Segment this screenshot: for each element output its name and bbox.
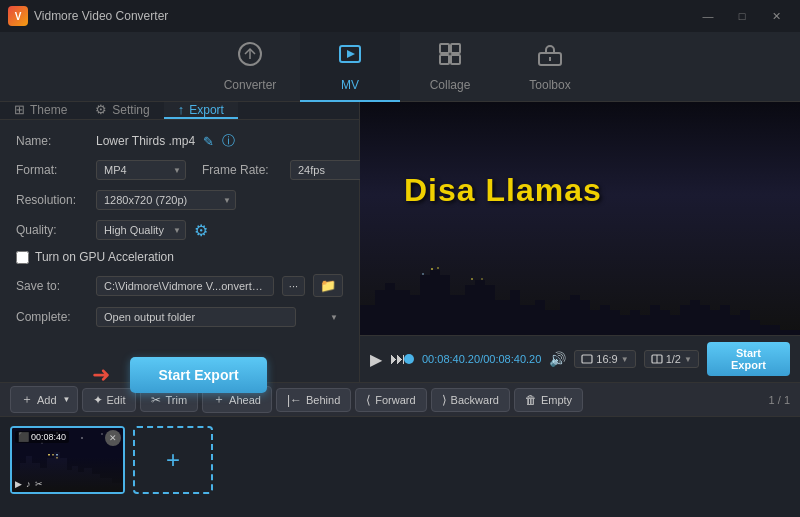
tab-setting[interactable]: ⚙ Setting bbox=[81, 102, 163, 119]
empty-label: Empty bbox=[541, 394, 572, 406]
svg-point-14 bbox=[422, 273, 424, 275]
nav-item-mv[interactable]: MV bbox=[300, 32, 400, 102]
play-button[interactable]: ▶ bbox=[370, 350, 382, 369]
clip-audio-icon: ♪ bbox=[26, 479, 31, 489]
converter-icon bbox=[236, 40, 264, 74]
empty-button[interactable]: 🗑 Empty bbox=[514, 388, 583, 412]
tab-theme[interactable]: ⊞ Theme bbox=[0, 102, 81, 119]
save-path: C:\Vidmore\Vidmore V...onverter\MV Expor… bbox=[96, 276, 274, 296]
svg-rect-5 bbox=[440, 55, 449, 64]
svg-point-11 bbox=[437, 267, 439, 269]
app-title: Vidmore Video Converter bbox=[34, 9, 168, 23]
toolbox-icon bbox=[536, 40, 564, 74]
preview-export-button[interactable]: Start Export bbox=[707, 342, 790, 376]
saveto-row: Save to: C:\Vidmore\Vidmore V...onverter… bbox=[16, 274, 343, 297]
backward-button[interactable]: ⟩ Backward bbox=[431, 388, 510, 412]
main-content: ⊞ Theme ⚙ Setting ↑ Export Name: Lower T… bbox=[0, 102, 800, 382]
format-select[interactable]: MP4 bbox=[96, 160, 186, 180]
name-label: Name: bbox=[16, 134, 88, 148]
aspect-ratio-value: 16:9 bbox=[596, 353, 617, 365]
titlebar: V Vidmore Video Converter — □ ✕ bbox=[0, 0, 800, 32]
name-value: Lower Thirds .mp4 bbox=[96, 134, 195, 148]
svg-point-23 bbox=[101, 433, 103, 435]
app-logo: V bbox=[8, 6, 28, 26]
format-row: Format: MP4 Frame Rate: 24fps bbox=[16, 160, 343, 180]
screen-icon bbox=[651, 353, 663, 365]
forward-button[interactable]: ⟨ Forward bbox=[355, 388, 426, 412]
quality-settings-icon[interactable]: ⚙ bbox=[194, 221, 208, 240]
aspect-ratio-select[interactable]: 16:9 ▼ bbox=[574, 350, 635, 368]
path-dots-button[interactable]: ··· bbox=[282, 276, 305, 296]
aspect-icon bbox=[581, 353, 593, 365]
start-export-button[interactable]: Start Export bbox=[130, 357, 266, 393]
gpu-checkbox[interactable] bbox=[16, 251, 29, 264]
forward-label: Forward bbox=[375, 394, 415, 406]
time-display: 00:08:40.20/00:08:40.20 bbox=[422, 353, 541, 365]
titlebar-left: V Vidmore Video Converter bbox=[8, 6, 168, 26]
quality-label: Quality: bbox=[16, 223, 88, 237]
nav-label-collage: Collage bbox=[430, 78, 471, 92]
volume-icon[interactable]: 🔊 bbox=[549, 351, 566, 367]
clip-close-button[interactable]: ✕ bbox=[105, 430, 121, 446]
clip-play-icon: ▶ bbox=[15, 479, 22, 489]
page-indicator: 1 / 1 bbox=[769, 394, 790, 406]
framerate-label: Frame Rate: bbox=[202, 163, 282, 177]
right-panel: Disa Llamas ▶ ⏭ 00:08:40.20/00:08:40.20 … bbox=[360, 102, 800, 382]
edit-name-icon[interactable]: ✎ bbox=[203, 134, 214, 149]
player-controls: ▶ ⏭ 00:08:40.20/00:08:40.20 🔊 16:9 ▼ 1/2… bbox=[360, 335, 800, 382]
format-label: Format: bbox=[16, 163, 88, 177]
preview-overlay-text: Disa Llamas bbox=[404, 172, 602, 209]
quality-select-wrapper: High Quality bbox=[96, 220, 186, 240]
arrow-icon: ➜ bbox=[92, 362, 110, 388]
fraction-chevron-icon: ▼ bbox=[684, 355, 692, 364]
gpu-label: Turn on GPU Acceleration bbox=[35, 250, 174, 264]
minimize-button[interactable]: — bbox=[692, 0, 724, 32]
tab-setting-label: Setting bbox=[112, 103, 149, 117]
complete-label: Complete: bbox=[16, 310, 88, 324]
nav-item-toolbox[interactable]: Toolbox bbox=[500, 32, 600, 102]
tab-export-label: Export bbox=[189, 103, 224, 117]
folder-button[interactable]: 📁 bbox=[313, 274, 343, 297]
add-clip-button[interactable]: + bbox=[133, 426, 213, 494]
svg-rect-4 bbox=[451, 44, 460, 53]
resolution-label: Resolution: bbox=[16, 193, 88, 207]
svg-rect-28 bbox=[56, 457, 58, 459]
quality-row: Quality: High Quality ⚙ bbox=[16, 220, 343, 240]
aspect-chevron-icon: ▼ bbox=[621, 355, 629, 364]
quality-select[interactable]: High Quality bbox=[96, 220, 186, 240]
nav-label-converter: Converter bbox=[224, 78, 277, 92]
close-button[interactable]: ✕ bbox=[760, 0, 792, 32]
nav-item-converter[interactable]: Converter bbox=[200, 32, 300, 102]
resolution-row: Resolution: 1280x720 (720p) bbox=[16, 190, 343, 210]
svg-point-12 bbox=[471, 278, 473, 280]
nav-label-mv: MV bbox=[341, 78, 359, 92]
progress-thumb bbox=[404, 354, 414, 364]
info-icon[interactable]: ⓘ bbox=[222, 132, 235, 150]
tab-export[interactable]: ↑ Export bbox=[164, 102, 238, 119]
timeline-clip: ✕ ⬛ 00:08:40 ▶ ♪ ✂ bbox=[10, 426, 125, 494]
complete-select[interactable]: Open output folder bbox=[96, 307, 296, 327]
gpu-row: Turn on GPU Acceleration bbox=[16, 250, 343, 264]
nav-item-collage[interactable]: Collage bbox=[400, 32, 500, 102]
top-navigation: Converter MV Collage bbox=[0, 32, 800, 102]
complete-row: Complete: Open output folder bbox=[16, 307, 343, 327]
window-controls: — □ ✕ bbox=[692, 0, 792, 32]
fraction-select[interactable]: 1/2 ▼ bbox=[644, 350, 699, 368]
saveto-label: Save to: bbox=[16, 279, 88, 293]
theme-icon: ⊞ bbox=[14, 102, 25, 117]
resolution-select[interactable]: 1280x720 (720p) bbox=[96, 190, 236, 210]
backward-label: Backward bbox=[451, 394, 499, 406]
complete-select-wrapper: Open output folder bbox=[96, 307, 343, 327]
svg-point-22 bbox=[81, 437, 83, 439]
forward-icon: ⟨ bbox=[366, 393, 371, 407]
trash-icon: 🗑 bbox=[525, 393, 537, 407]
maximize-button[interactable]: □ bbox=[726, 0, 758, 32]
svg-marker-2 bbox=[347, 50, 355, 58]
export-panel: Name: Lower Thirds .mp4 ✎ ⓘ Format: MP4 … bbox=[0, 120, 359, 339]
svg-rect-26 bbox=[52, 454, 54, 456]
svg-marker-9 bbox=[360, 270, 800, 335]
svg-point-10 bbox=[431, 268, 433, 270]
format-select-wrapper: MP4 bbox=[96, 160, 186, 180]
resolution-select-wrapper: 1280x720 (720p) bbox=[96, 190, 236, 210]
name-row: Name: Lower Thirds .mp4 ✎ ⓘ bbox=[16, 132, 343, 150]
